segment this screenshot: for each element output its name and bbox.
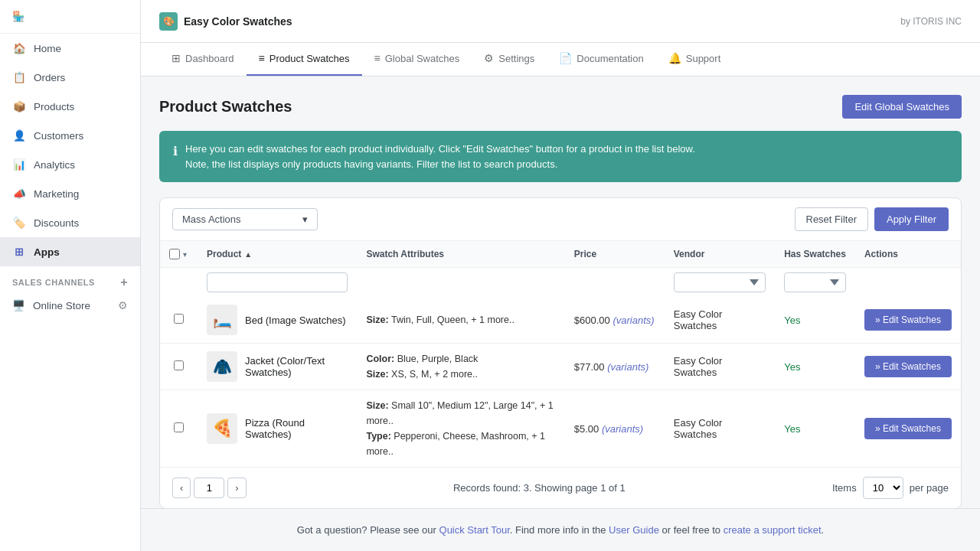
filter-checkbox-cell	[160, 268, 198, 298]
sidebar-nav: 🏠 Home 📋 Orders 📦 Products 👤 Customers 📊…	[0, 34, 140, 266]
edit-global-swatches-button[interactable]: Edit Global Swatches	[842, 95, 962, 119]
products-table: ▾ Product ▲ Swatch Attributes	[160, 241, 961, 467]
pagination-controls: ‹ ›	[172, 478, 247, 498]
row3-price-note: (variants)	[602, 423, 643, 435]
sidebar-item-apps[interactable]: ⊞ Apps	[0, 237, 140, 266]
th-vendor-label: Vendor	[674, 249, 705, 259]
filter-row	[160, 268, 961, 298]
tab-global-swatches-label: Global Swatches	[385, 53, 460, 64]
prev-page-button[interactable]: ‹	[172, 478, 191, 498]
row2-checkbox[interactable]	[174, 360, 184, 370]
sidebar-item-marketing[interactable]: 📣 Marketing	[0, 179, 140, 208]
tab-settings[interactable]: ⚙ Settings	[472, 42, 547, 76]
filter-has-swatches-cell	[775, 268, 855, 298]
per-page-area: Items 10 25 50 per page	[832, 477, 949, 499]
reset-filter-button[interactable]: Reset Filter	[795, 207, 868, 231]
sidebar-item-label: Orders	[34, 72, 65, 83]
tab-documentation[interactable]: 📄 Documentation	[547, 42, 655, 76]
row2-product-cell: 🧥 Jacket (Color/Text Swatches)	[198, 344, 357, 390]
row2-actions-cell: » Edit Swatches	[855, 344, 961, 390]
page-number-input[interactable]	[194, 478, 224, 498]
row2-product-name: Jacket (Color/Text Swatches)	[245, 355, 348, 378]
add-sales-channel-icon[interactable]: +	[120, 276, 128, 289]
info-banner-line1: Here you can edit swatches for each prod…	[185, 142, 695, 157]
online-store-label: Online Store	[33, 300, 90, 311]
user-guide-link[interactable]: User Guide	[609, 524, 659, 536]
store-icon: 🏪	[12, 11, 24, 22]
table-row: 🧥 Jacket (Color/Text Swatches) Color: Bl…	[160, 344, 961, 390]
filter-actions-cell	[855, 268, 961, 298]
online-store-settings-icon[interactable]: ⚙	[118, 299, 128, 311]
next-page-button[interactable]: ›	[227, 478, 246, 498]
sidebar-item-online-store[interactable]: 🖥️ Online Store ⚙	[0, 292, 140, 318]
row2-product-thumb: 🧥	[207, 351, 237, 382]
row3-checkbox-cell	[160, 390, 198, 468]
create-support-ticket-link[interactable]: create a support ticket	[724, 524, 822, 536]
sales-channels-section: SALES CHANNELS +	[0, 266, 140, 292]
apply-filter-button[interactable]: Apply Filter	[874, 207, 949, 231]
row1-checkbox[interactable]	[174, 314, 184, 324]
row2-price: $77.00	[574, 361, 605, 373]
row3-checkbox[interactable]	[174, 422, 184, 432]
th-has-swatches-label: Has Swatches	[784, 249, 846, 259]
footer-text-3: or feel free to	[659, 524, 724, 536]
online-store-left: 🖥️ Online Store	[12, 299, 90, 311]
row1-edit-swatches-button[interactable]: » Edit Swatches	[864, 309, 952, 331]
row2-edit-swatches-button[interactable]: » Edit Swatches	[864, 356, 952, 377]
th-has-swatches: Has Swatches	[775, 241, 855, 268]
sidebar-item-label: Products	[34, 101, 74, 112]
row1-product: 🛏️ Bed (Image Swatches)	[207, 305, 348, 335]
analytics-icon: 📊	[12, 158, 26, 171]
mass-actions-dropdown[interactable]: Mass Actions ▾	[172, 208, 318, 230]
sidebar-item-products[interactable]: 📦 Products	[0, 92, 140, 121]
select-all-checkbox[interactable]	[169, 249, 180, 259]
th-swatch-attributes: Swatch Attributes	[357, 241, 564, 268]
row2-price-note: (variants)	[607, 361, 648, 373]
row3-edit-swatches-button[interactable]: » Edit Swatches	[864, 418, 952, 439]
row2-size-values: XS, S, M, + 2 more..	[391, 369, 478, 380]
sort-icon: ▲	[244, 250, 252, 259]
app-icon-symbol: 🎨	[163, 16, 175, 27]
sidebar-item-analytics[interactable]: 📊 Analytics	[0, 150, 140, 179]
product-filter-input[interactable]	[207, 272, 348, 292]
row3-attr-size: Size: Small 10", Medium 12", Large 14", …	[366, 398, 555, 429]
row3-price: $5.00	[574, 423, 599, 435]
table-body: 🛏️ Bed (Image Swatches) Size: Twin, Full…	[160, 297, 961, 467]
sidebar-item-customers[interactable]: 👤 Customers	[0, 121, 140, 150]
row3-swatch-attrs: Size: Small 10", Medium 12", Large 14", …	[366, 398, 555, 459]
footer: Got a question? Please see our Quick Sta…	[141, 508, 980, 551]
row1-swatch-cell: Size: Twin, Full, Queen, + 1 more..	[357, 297, 564, 344]
sidebar-item-orders[interactable]: 📋 Orders	[0, 63, 140, 92]
per-page-select[interactable]: 10 25 50	[863, 477, 903, 499]
sidebar-item-discounts[interactable]: 🏷️ Discounts	[0, 208, 140, 237]
tab-support[interactable]: 🔔 Support	[656, 42, 733, 76]
select-all-dropdown-btn[interactable]: ▾	[181, 250, 188, 259]
select-all-wrapper[interactable]: ▾	[169, 249, 188, 259]
vendor-filter-select[interactable]	[674, 272, 766, 292]
sidebar-item-label: Customers	[34, 130, 83, 142]
row2-vendor-cell: Easy Color Swatches	[665, 344, 775, 390]
documentation-tab-icon: 📄	[559, 52, 572, 64]
th-vendor: Vendor	[665, 241, 775, 268]
row3-price-cell: $5.00 (variants)	[565, 390, 665, 468]
tab-product-swatches[interactable]: ≡ Product Swatches	[247, 42, 362, 76]
row1-product-thumb: 🛏️	[207, 305, 237, 335]
orders-icon: 📋	[12, 70, 26, 84]
tab-global-swatches[interactable]: ≡ Global Swatches	[362, 42, 472, 76]
row1-checkbox-cell	[160, 297, 198, 344]
tab-dashboard[interactable]: ⊞ Dashboard	[159, 42, 247, 76]
row3-product-name: Pizza (Round Swatches)	[245, 417, 348, 440]
tab-product-swatches-label: Product Swatches	[270, 53, 350, 64]
quick-start-tour-link[interactable]: Quick Start Tour	[439, 524, 510, 536]
sidebar-item-home[interactable]: 🏠 Home	[0, 34, 140, 63]
sales-channels-label: SALES CHANNELS	[12, 278, 95, 287]
product-sort[interactable]: Product ▲	[207, 249, 348, 259]
has-swatches-filter-select[interactable]	[784, 272, 846, 292]
navtabs: ⊞ Dashboard ≡ Product Swatches ≡ Global …	[141, 43, 980, 77]
table-header-row: ▾ Product ▲ Swatch Attributes	[160, 241, 961, 268]
row3-swatch-cell: Size: Small 10", Medium 12", Large 14", …	[357, 390, 564, 468]
marketing-icon: 📣	[12, 187, 26, 201]
row1-attr-values: Twin, Full, Queen, + 1 more..	[391, 315, 514, 325]
discounts-icon: 🏷️	[12, 216, 26, 230]
row3-size-name: Size:	[366, 400, 391, 411]
